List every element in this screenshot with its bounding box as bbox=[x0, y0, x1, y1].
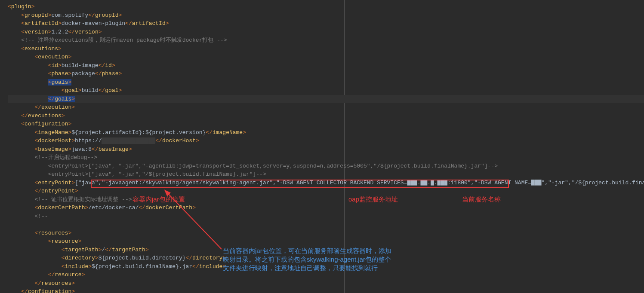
code-line-cursor: </goals> bbox=[8, 95, 644, 104]
code-line bbox=[8, 220, 644, 229]
code-line: <entryPoint>["java", "-jar","/${project.… bbox=[8, 170, 644, 179]
code-line: <version>1.2.2</version> bbox=[8, 28, 644, 37]
code-line: <execution> bbox=[8, 53, 644, 61]
code-line: <id>build-image</id> bbox=[8, 61, 644, 70]
code-line: <!-- bbox=[8, 212, 644, 221]
code-line: <artifactId>docker-maven-plugin</artifac… bbox=[8, 19, 644, 28]
code-line: <entryPoint>["java", "-jar","-agentlib:j… bbox=[8, 162, 644, 171]
code-line: </configuration> bbox=[8, 287, 644, 293]
code-line: <!-- 证书位置根据实际地址调整 --> bbox=[8, 195, 644, 204]
code-line: <goals> bbox=[8, 78, 644, 87]
code-line: <groupId>com.spotify</groupId> bbox=[8, 11, 644, 20]
code-line: <imageName>${project.artifactId}:${proje… bbox=[8, 128, 644, 137]
code-line: <include>${project.build.finalName}.jar<… bbox=[8, 262, 644, 271]
code-line: <entryPoint>["java","-javaagent:/skywalk… bbox=[8, 179, 644, 187]
code-line: <dockerHost>https://████████████████</do… bbox=[8, 137, 644, 145]
code-line: <baseImage>java:8</baseImage> bbox=[8, 145, 644, 154]
code-line: </resources> bbox=[8, 279, 644, 288]
code-line: </executions> bbox=[8, 112, 644, 120]
code-line: <resources> bbox=[8, 229, 644, 238]
code-line: <!--开启远程debug--> bbox=[8, 153, 644, 162]
code-line: <configuration> bbox=[8, 120, 644, 128]
code-line: <directory>${project.build.directory}</d… bbox=[8, 254, 644, 262]
code-line: </entryPoint> bbox=[8, 187, 644, 195]
code-line: </execution> bbox=[8, 103, 644, 112]
code-line: <executions> bbox=[8, 45, 644, 53]
code-line: <resource> bbox=[8, 237, 644, 246]
code-editor[interactable]: <plugin> <groupId>com.spotify</groupId> … bbox=[0, 0, 644, 293]
code-line: <targetPath>/</targetPath> bbox=[8, 246, 644, 254]
code-line: <dockerCertPath>/etc/docker-ca/</dockerC… bbox=[8, 204, 644, 212]
code-line: </resource> bbox=[8, 271, 644, 279]
code-line: <phase>package</phase> bbox=[8, 70, 644, 78]
code-line: <!-- 注释掉executions段，则运行maven package时不触发… bbox=[8, 36, 644, 45]
code-line: <goal>build</goal> bbox=[8, 86, 644, 95]
code-line: <plugin> bbox=[8, 3, 644, 11]
